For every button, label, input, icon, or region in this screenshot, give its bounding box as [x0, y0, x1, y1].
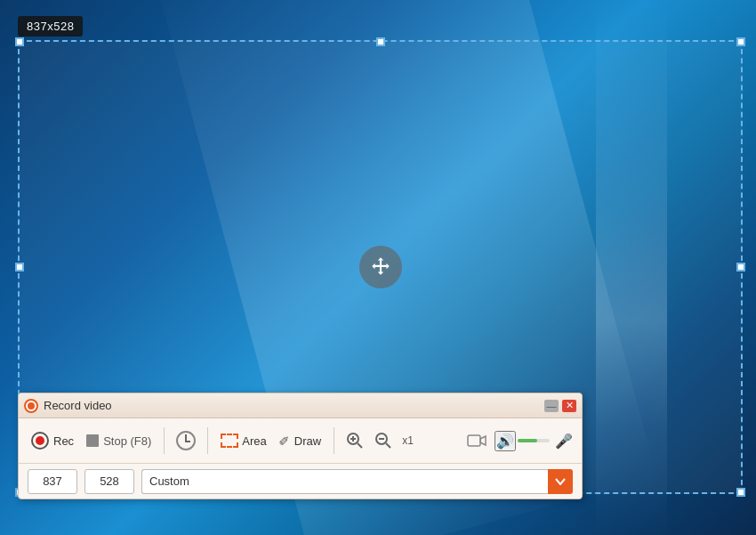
toolbar-title: Record video: [44, 399, 112, 412]
move-cursor-icon[interactable]: [359, 246, 402, 288]
clock-icon: [176, 431, 196, 450]
handle-top-left[interactable]: [15, 37, 24, 46]
handle-middle-left[interactable]: [15, 263, 24, 272]
svg-line-5: [386, 443, 390, 448]
record-video-toolbar: Record video — ✕ Rec Stop (F8): [18, 393, 583, 499]
zoom-out-icon: [374, 432, 392, 450]
close-button[interactable]: ✕: [562, 400, 576, 412]
area-label: Area: [242, 434, 266, 448]
width-input[interactable]: [28, 469, 77, 494]
zoom-in-icon: [346, 432, 364, 450]
preset-dropdown-button[interactable]: [548, 469, 573, 494]
draw-label: Draw: [294, 434, 321, 448]
handle-bottom-right[interactable]: [736, 488, 745, 497]
stop-button[interactable]: Stop (F8): [83, 433, 155, 450]
toolbar-title-left: Record video: [24, 399, 165, 413]
timer-button[interactable]: [173, 428, 198, 453]
app-icon-orange: [24, 399, 38, 413]
svg-marker-8: [480, 436, 486, 445]
svg-line-1: [358, 443, 362, 448]
window-controls: — ✕: [544, 400, 576, 412]
minimize-button[interactable]: —: [544, 400, 559, 412]
microphone-button[interactable]: 🎤: [555, 433, 573, 450]
right-controls: 🔊 🎤: [464, 428, 573, 453]
draw-button[interactable]: ✏ Draw: [276, 431, 325, 450]
camera-icon: [467, 433, 487, 449]
divider-2: [207, 427, 208, 454]
zoom-in-button[interactable]: [343, 429, 366, 452]
rec-circle-icon: [31, 432, 49, 450]
preset-select-wrapper: Custom: [141, 469, 573, 494]
chevron-down-icon: [555, 478, 566, 485]
zoom-1x-button[interactable]: x1: [400, 433, 415, 449]
divider-3: [334, 427, 334, 454]
handle-middle-right[interactable]: [736, 263, 745, 272]
volume-fill-green: [518, 439, 537, 442]
volume-control: 🔊: [495, 431, 550, 451]
area-dashed-icon: [221, 434, 238, 448]
camera-button[interactable]: [464, 428, 489, 453]
handle-top-right[interactable]: [736, 37, 745, 46]
zoom-out-button[interactable]: [372, 429, 395, 452]
rec-label: Rec: [53, 434, 74, 448]
volume-bar-green[interactable]: [518, 439, 550, 442]
move-arrows-svg: [369, 255, 392, 279]
divider-1: [164, 427, 165, 454]
desktop-background: 837x528 Record video — ✕ Rec: [0, 0, 756, 535]
handle-top-middle[interactable]: [376, 37, 385, 46]
rec-dot-icon: [36, 436, 44, 445]
toolbar-footer: Custom: [19, 463, 582, 499]
toolbar-body: Rec Stop (F8) Area ✏ Draw: [19, 418, 582, 463]
rec-button[interactable]: Rec: [28, 430, 77, 451]
stop-square-icon: [86, 434, 99, 447]
volume-icon-button[interactable]: 🔊: [495, 431, 516, 451]
height-input[interactable]: [84, 469, 134, 494]
dimension-label: 837x528: [18, 16, 83, 36]
preset-text: Custom: [141, 469, 549, 494]
pencil-icon: ✏: [275, 431, 294, 450]
stop-label: Stop (F8): [103, 434, 151, 448]
svg-rect-7: [468, 435, 480, 446]
area-button[interactable]: Area: [217, 432, 269, 450]
toolbar-titlebar: Record video — ✕: [19, 393, 582, 418]
